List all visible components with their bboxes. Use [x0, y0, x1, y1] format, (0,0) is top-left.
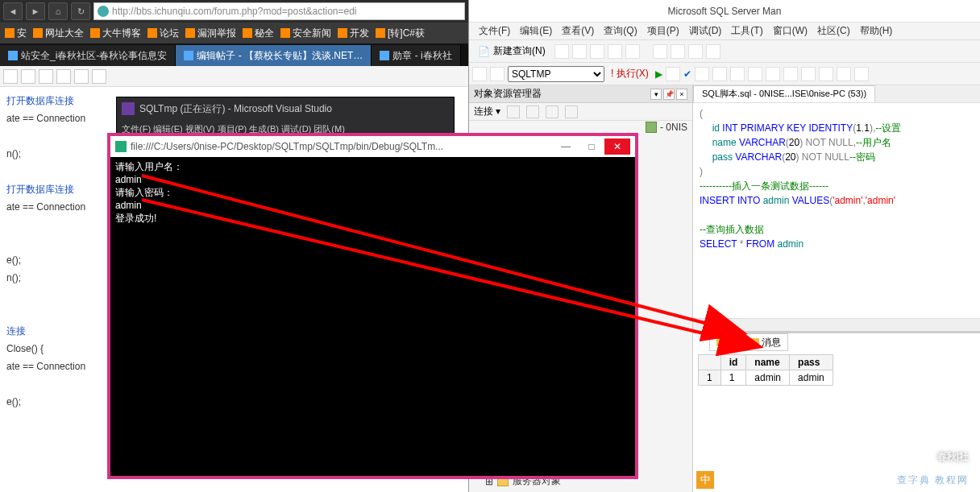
ssms-title-text: Microsoft SQL Server Man	[668, 6, 782, 17]
ime-indicator[interactable]: 中	[696, 471, 714, 489]
toolbar-icon[interactable]	[590, 44, 604, 59]
toolbar-icon[interactable]	[74, 69, 89, 84]
menu-community[interactable]: 社区(C)	[817, 24, 850, 38]
console-titlebar[interactable]: file:///C:/Users/0nise-PC/Desktop/SQLTmp…	[110, 136, 635, 157]
toolbar-icon[interactable]	[554, 44, 569, 59]
bookmark-item[interactable]: 安全新闻	[280, 27, 331, 40]
url-text: http://bbs.ichunqiu.com/forum.php?mod=po…	[112, 6, 357, 17]
toolbar-icon[interactable]	[712, 67, 727, 81]
sql-tab[interactable]: SQL脚本.sql - 0NISE...ISE\0nise-PC (53))	[693, 85, 875, 102]
toolbar-icon[interactable]	[748, 67, 762, 81]
bookmark-item[interactable]: 大牛博客	[90, 27, 141, 40]
menu-tools[interactable]: 工具(T)	[731, 24, 762, 38]
menu-edit[interactable]: 编辑(E)	[520, 24, 552, 38]
sql-editor[interactable]: ( id INT PRIMARY KEY IDENTITY(1,1),--设置 …	[693, 103, 980, 318]
toolbar-icon[interactable]	[819, 67, 833, 81]
ssms-menubar: 文件(F) 编辑(E) 查看(V) 查询(Q) 项目(P) 调试(D) 工具(T…	[469, 23, 980, 40]
editor-scrollbar[interactable]	[693, 318, 980, 331]
results-grid[interactable]: id name pass 1 1 admin admin	[693, 351, 980, 492]
toolbar-icon[interactable]	[472, 67, 487, 81]
url-bar[interactable]: http://bbs.ichunqiu.com/forum.php?mod=po…	[93, 2, 465, 20]
results-pane: 结 消息 id name pass 1 1 a	[693, 331, 980, 492]
browser-tabstrip: 站安全_i春秋社区-春秋论事信息安 编辑帖子 - 【蔡校长专贴】浅谈.NET… …	[0, 43, 468, 66]
connect-button[interactable]: 连接 ▾	[474, 105, 500, 118]
toolbar-icon[interactable]	[39, 69, 53, 84]
new-query-button[interactable]: 📄 新建查询(N)	[472, 42, 551, 60]
toolbar-icon[interactable]	[546, 105, 559, 118]
col-name[interactable]: name	[746, 355, 790, 370]
outdent-icon[interactable]	[854, 67, 869, 81]
toolbar-icon[interactable]	[92, 69, 106, 84]
nav-forward-button[interactable]: ►	[26, 2, 45, 20]
toolbar-icon[interactable]	[490, 67, 505, 81]
toolbar-icon[interactable]	[766, 67, 780, 81]
object-explorer-toolbar: 连接 ▾	[469, 103, 692, 121]
results-tab[interactable]: 结	[709, 333, 744, 351]
toolbar-icon[interactable]	[730, 67, 745, 81]
maximize-button[interactable]: □	[579, 139, 604, 155]
ssms-toolbar-2: SQLTMP ! 执行(X) ▶ ✔	[469, 63, 980, 85]
nav-home-button[interactable]: ⌂	[48, 2, 68, 20]
bookmark-item[interactable]: 开发	[338, 27, 369, 40]
bookmark-item[interactable]: 秘全	[243, 27, 274, 40]
menu-project[interactable]: 项目(P)	[647, 24, 679, 38]
toolbar-icon[interactable]	[608, 44, 622, 59]
menu-debug[interactable]: 调试(D)	[689, 24, 722, 38]
toolbar-icon[interactable]	[526, 105, 539, 118]
panel-pin-icon[interactable]: 📌	[663, 89, 675, 100]
stop-icon[interactable]	[666, 67, 680, 81]
col-pass[interactable]: pass	[790, 355, 833, 370]
vs-titlebar[interactable]: SQLTmp (正在运行) - Microsoft Visual Studio	[117, 97, 454, 120]
ssms-titlebar[interactable]: Microsoft SQL Server Man	[469, 0, 980, 23]
nav-refresh-button[interactable]: ↻	[71, 2, 90, 20]
toolbar-icon[interactable]	[625, 44, 640, 59]
toolbar-icon[interactable]	[801, 67, 816, 81]
panel-close-icon[interactable]: ×	[676, 89, 687, 100]
toolbar-icon[interactable]	[565, 105, 578, 118]
debug-play-icon[interactable]: ▶	[655, 68, 662, 80]
parse-icon[interactable]: ✔	[683, 68, 691, 80]
browser-tab[interactable]: 编辑帖子 - 【蔡校长专贴】浅谈.NET…	[176, 45, 372, 66]
open-icon[interactable]	[653, 44, 667, 59]
bookmark-item[interactable]: 漏洞举报	[185, 27, 236, 40]
browser-tab[interactable]: 站安全_i春秋社区-春秋论事信息安	[0, 45, 176, 66]
messages-tab[interactable]: 消息	[744, 333, 788, 351]
bookmark-item[interactable]: 网址大全	[33, 27, 84, 40]
cell[interactable]: admin	[746, 370, 790, 386]
save-icon[interactable]	[671, 44, 685, 59]
vs-title-text: SQLTmp (正在运行) - Microsoft Visual Studio	[139, 102, 332, 116]
menu-query[interactable]: 查询(Q)	[604, 24, 637, 38]
toolbar-icon[interactable]	[56, 69, 71, 84]
browser-tab[interactable]: 勋章 - i春秋社	[372, 45, 460, 66]
col-id[interactable]: id	[720, 355, 746, 370]
bookmark-item[interactable]: 安	[5, 27, 27, 40]
table-row[interactable]: 1 1 admin admin	[699, 370, 833, 386]
cell[interactable]: admin	[790, 370, 833, 386]
menu-help[interactable]: 帮助(H)	[860, 24, 893, 38]
ssms-toolbar-1: 📄 新建查询(N)	[469, 40, 980, 63]
server-node[interactable]: - 0NIS	[660, 122, 687, 133]
message-icon	[751, 338, 759, 346]
menu-window[interactable]: 窗口(W)	[773, 24, 808, 38]
panel-dropdown-icon[interactable]: ▾	[650, 89, 662, 100]
bookmark-item[interactable]: [转]C#获	[376, 27, 425, 40]
toolbar-icon[interactable]	[3, 69, 18, 84]
indent-icon[interactable]	[837, 67, 851, 81]
minimize-button[interactable]: —	[553, 139, 579, 155]
database-select[interactable]: SQLTMP	[508, 66, 604, 82]
menu-file[interactable]: 文件(F)	[479, 24, 510, 38]
toolbar-icon[interactable]	[695, 67, 709, 81]
watermark-brand: 春秋|社	[910, 445, 969, 468]
nav-back-button[interactable]: ◄	[3, 2, 23, 20]
toolbar-icon[interactable]	[572, 44, 587, 59]
close-button[interactable]: ✕	[604, 139, 630, 155]
toolbar-icon[interactable]	[21, 69, 35, 84]
toolbar-icon[interactable]	[507, 105, 520, 118]
toolbar-icon[interactable]	[783, 67, 798, 81]
cell[interactable]: 1	[720, 370, 746, 386]
execute-button[interactable]: ! 执行(X)	[608, 67, 652, 81]
toolbar-icon[interactable]	[706, 44, 720, 59]
saveall-icon[interactable]	[688, 44, 703, 59]
menu-view[interactable]: 查看(V)	[562, 24, 594, 38]
bookmark-item[interactable]: 论坛	[147, 27, 179, 40]
